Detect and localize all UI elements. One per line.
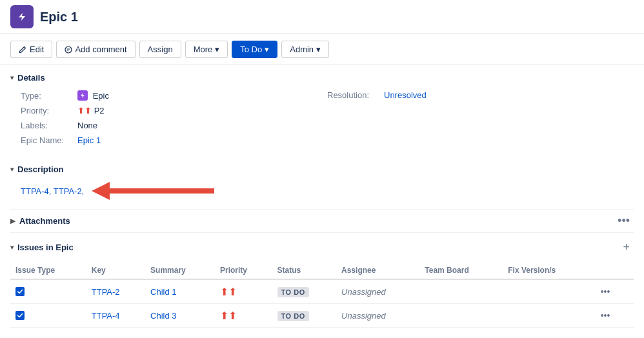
col-team-board: Team Board [419,262,503,279]
issue-key-link[interactable]: TTPA-2 [92,287,120,297]
edit-icon [19,46,26,54]
description-label: Description [17,164,64,174]
issues-table-body: TTPA-2 Child 1 ⬆⬆ TO DO Unassigned ••• T… [10,279,634,328]
row-fix-version [503,279,591,304]
attachments-section: ▶ Attachments ••• [10,209,634,232]
chevron-down-icon: ▾ [316,45,321,54]
description-chevron-icon: ▾ [10,166,14,173]
issue-summary-link[interactable]: Child 3 [150,311,176,321]
issues-table: Issue Type Key Summary Priority Status A… [10,262,634,328]
add-comment-button[interactable]: Add comment [56,41,135,58]
row-actions: ••• [592,304,634,328]
attachments-label: Attachments [19,216,70,226]
col-actions [592,262,634,279]
row-assignee: Unassigned [336,279,419,304]
type-label: Type: [21,91,72,101]
edit-button[interactable]: Edit [10,41,52,58]
resolution-row: Resolution: Unresolved [327,89,634,101]
content-area: ▾ Details Type: Epic Priority: [0,65,644,338]
issues-label: Issues in Epic [17,243,74,252]
comment-icon [65,46,72,54]
row-issue-type [10,279,86,304]
epic-name-value[interactable]: Epic 1 [77,135,101,145]
row-key: TTPA-4 [86,304,145,328]
issue-key-link[interactable]: TTPA-4 [92,311,120,321]
col-assignee: Assignee [336,262,419,279]
col-priority: Priority [215,262,272,279]
details-label: Details [17,73,45,83]
description-content: TTPA-4, TTPA-2, [10,178,634,204]
type-value: Epic [77,90,109,101]
add-issue-button[interactable]: + [619,239,634,255]
row-summary: Child 1 [145,279,215,304]
arrow-icon [92,181,214,201]
resolution-value[interactable]: Unresolved [384,90,427,100]
priority-arrows-icon: ⬆⬆ [220,310,237,321]
issue-summary-link[interactable]: Child 1 [150,287,176,297]
table-row: TTPA-2 Child 1 ⬆⬆ TO DO Unassigned ••• [10,279,634,304]
epic-name-label: Epic Name: [21,135,72,145]
avatar [10,5,34,28]
admin-button[interactable]: Admin ▾ [281,41,329,58]
col-summary: Summary [145,262,215,279]
epic-name-row: Epic Name: Epic 1 [21,134,327,146]
row-actions: ••• [592,279,634,304]
priority-icon: ⬆⬆ [77,106,94,115]
row-priority: ⬆⬆ [215,304,272,328]
description-text[interactable]: TTPA-4, TTPA-2, [21,186,84,196]
labels-value: None [77,121,97,130]
priority-label: Priority: [21,106,72,115]
description-header[interactable]: ▾ Description [10,157,634,178]
status-badge: TO DO [277,287,309,297]
attachments-more-button[interactable]: ••• [614,213,634,229]
svg-point-0 [65,46,72,53]
labels-label: Labels: [21,121,72,130]
row-priority: ⬆⬆ [215,279,272,304]
page-title: Epic 1 [40,10,78,25]
issue-checkbox[interactable] [15,311,25,320]
priority-row: Priority: ⬆⬆ P2 [21,104,327,117]
type-row: Type: Epic [21,89,327,102]
row-key: TTPA-2 [86,279,145,304]
table-row: TTPA-4 Child 3 ⬆⬆ TO DO Unassigned ••• [10,304,634,328]
details-grid: Type: Epic Priority: ⬆⬆ P2 [10,86,634,152]
row-status: TO DO [272,279,336,304]
col-fix-version: Fix Version/s [503,262,591,279]
labels-row: Labels: None [21,119,327,132]
description-section: ▾ Description TTPA-4, TTPA-2, [10,157,634,209]
assignee-value: Unassigned [341,287,386,297]
header-bar: Epic 1 [0,0,644,34]
row-summary: Child 3 [145,304,215,328]
col-status: Status [272,262,336,279]
details-header[interactable]: ▾ Details [10,65,634,86]
issues-header: ▾ Issues in Epic + [10,233,634,259]
more-button[interactable]: More ▾ [185,41,228,58]
row-more-button[interactable]: ••• [597,309,614,322]
todo-button[interactable]: To Do ▾ [232,41,277,58]
epic-avatar-icon [16,11,28,23]
chevron-down-icon: ▾ [265,45,269,54]
epic-type-icon [77,90,88,101]
assign-button[interactable]: Assign [139,41,181,58]
resolution-label: Resolution: [327,90,379,100]
attachments-left: ▶ Attachments [10,210,70,232]
details-right-col: Resolution: Unresolved [327,89,634,146]
row-issue-type [10,304,86,328]
details-left-col: Type: Epic Priority: ⬆⬆ P2 [21,89,327,146]
svg-marker-1 [92,182,214,200]
status-badge: TO DO [277,311,309,321]
issues-table-header: Issue Type Key Summary Priority Status A… [10,262,634,279]
issue-checkbox[interactable] [15,287,25,296]
priority-arrows-icon: ⬆⬆ [220,286,237,297]
col-issue-type: Issue Type [10,262,86,279]
chevron-down-icon: ▾ [215,45,219,54]
row-assignee: Unassigned [336,304,419,328]
row-team-board [419,279,503,304]
row-status: TO DO [272,304,336,328]
col-key: Key [86,262,145,279]
details-section: ▾ Details Type: Epic Priority: [10,65,634,157]
attachments-chevron-icon: ▶ [10,217,15,224]
row-fix-version [503,304,591,328]
issues-chevron-icon: ▾ [10,244,14,251]
row-more-button[interactable]: ••• [597,285,614,298]
